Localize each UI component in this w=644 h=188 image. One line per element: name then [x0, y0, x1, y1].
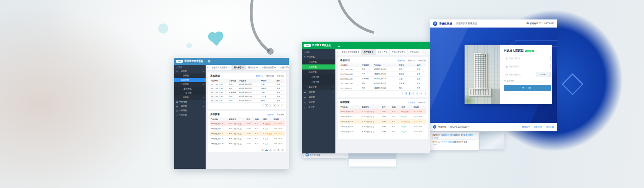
view-link[interactable]: 查看 — [276, 83, 284, 86]
sidebar-item-7[interactable]: 二级导航∨ — [174, 95, 206, 100]
tab-0[interactable]: 资质证件效期预警 — [210, 65, 231, 70]
captcha-input[interactable] — [509, 74, 534, 76]
sidebar-item-2[interactable]: 二级导航 — [302, 59, 335, 64]
pagination-item[interactable]: › — [281, 104, 284, 107]
tab-1[interactable]: 用户管理 — [232, 65, 246, 70]
sidebar-item-5[interactable]: 三级导航 — [302, 75, 335, 80]
sidebar-item-10[interactable]: ◎一级导航 — [174, 108, 206, 113]
sidebar-item-2[interactable]: 二级导航 — [174, 74, 206, 78]
pagination-item[interactable]: 3 — [273, 148, 276, 151]
hamburger-menu-icon[interactable]: ☰ — [338, 44, 340, 47]
collapse-tabs-icon[interactable]: « — [207, 66, 208, 69]
switch-hospital-badge[interactable]: 切换医院 — [525, 50, 534, 52]
pagination-item[interactable]: ‹ — [261, 148, 264, 151]
hamburger-menu-icon[interactable]: ☰ — [208, 60, 210, 63]
sidebar-item-3[interactable]: 二级导航 — [302, 64, 335, 69]
card-link[interactable]: 产品库存 — [266, 113, 274, 115]
sidebar-item-11[interactable]: △一级导航 — [174, 113, 206, 117]
sidebar-item-0[interactable]: ⌂首页 — [174, 65, 206, 69]
expiry-cell: 2025-01-01 — [414, 126, 425, 128]
username-field-wrap — [504, 56, 551, 61]
password-input[interactable] — [509, 65, 550, 67]
sidebar-item-label: 一级导航 — [307, 91, 315, 94]
view-link[interactable]: 查看 — [276, 99, 284, 102]
pagination-item[interactable]: 1 — [265, 148, 268, 151]
username-input[interactable] — [509, 57, 550, 59]
collapse-tabs-icon[interactable]: « — [337, 51, 338, 54]
sidebar-item-4[interactable]: 二级导航∧ — [302, 69, 335, 75]
sidebar-item-5[interactable]: 三级导航 — [174, 87, 206, 91]
tab-4[interactable]: 产品出库 — [278, 65, 289, 70]
card-link[interactable]: 领用计划 — [397, 59, 405, 61]
status-dot-icon — [263, 138, 264, 139]
footer-link[interactable]: 操作说明 — [522, 126, 530, 129]
view-link[interactable]: 查看 — [276, 87, 284, 90]
footer-link[interactable]: 密钥驱动 — [534, 126, 542, 129]
pagination-item[interactable]: 2 — [269, 148, 272, 151]
sidebar-item-3[interactable]: 二级导航 — [174, 78, 206, 82]
pagination-item[interactable]: 2 — [411, 92, 414, 95]
sidebar-item-9[interactable]: ▤一级导航∨ — [174, 104, 206, 108]
captcha-question[interactable]: 6+6=? — [536, 72, 551, 77]
plan-link-group: 领用计划预约计划高值计划 — [394, 59, 426, 62]
card-link[interactable]: 高值库存 — [277, 113, 284, 115]
feed-target-link[interactable]: 5月日常小需求 — [461, 134, 473, 136]
card-link[interactable]: 产品库存 — [408, 101, 415, 103]
sidebar-item-4[interactable]: 二级导航∧ — [174, 82, 206, 87]
card-link[interactable]: 预约计划 — [266, 75, 274, 77]
sidebar-item-1[interactable]: ✎一级导航∧ — [302, 54, 335, 59]
tab-4[interactable]: 产品出库 — [408, 49, 422, 55]
column-header: 批号 — [382, 106, 392, 108]
view-link[interactable]: 查看 — [417, 73, 425, 75]
sidebar-item-6[interactable]: 三级导航 — [174, 91, 206, 95]
pagination-item[interactable]: 4 — [419, 92, 422, 95]
card-link[interactable]: 预约计划 — [408, 59, 415, 61]
tab-1[interactable]: 用户管理 — [362, 49, 376, 55]
pagination-item[interactable]: 3 — [273, 104, 276, 107]
sidebar-item-11[interactable]: △一级导航 — [302, 105, 335, 110]
pagination-item[interactable]: 4 — [277, 104, 280, 107]
pagination-item[interactable]: › — [423, 92, 426, 95]
cell: ABS床头柜0119 — [340, 126, 362, 128]
captcha-field-wrap — [504, 72, 534, 77]
login-button[interactable]: 登 录 — [504, 85, 551, 91]
pagination-item[interactable]: › — [281, 148, 284, 151]
chevron-down-icon: ∨ — [333, 91, 334, 93]
sidebar-item-8[interactable]: ▦一级导航∨ — [302, 90, 335, 95]
pagination-item[interactable]: 2 — [269, 104, 272, 107]
tab-3[interactable]: 产品分类设置 — [390, 49, 408, 55]
view-link[interactable]: 查看 — [276, 95, 284, 98]
card-link[interactable]: 高值库存 — [418, 101, 426, 103]
pagination-item[interactable]: 1 — [407, 92, 410, 95]
tab-2[interactable]: 通知公告 — [246, 65, 260, 70]
view-link[interactable]: 查看 — [276, 91, 284, 94]
pagination-item[interactable]: ‹ — [261, 104, 264, 107]
app-title-block: 医院物资管理系统 管理端 — [184, 59, 203, 63]
card-link[interactable]: 高值计划 — [277, 75, 284, 77]
pagination-item[interactable]: 1 — [265, 104, 268, 107]
sidebar-item-10[interactable]: ◎一级导航 — [302, 100, 335, 105]
card-link[interactable]: 领用计划 — [256, 75, 263, 77]
tab-3[interactable]: 产品分类设置 — [260, 65, 278, 70]
feed-target-link[interactable]: 5 月日常小需求 — [440, 141, 452, 143]
sidebar-item-8[interactable]: ▦一级导航∨ — [174, 100, 206, 104]
pagination-item[interactable]: ‹ — [402, 92, 406, 95]
sidebar-item-6[interactable]: 三级导航 — [302, 80, 335, 85]
sidebar-item-1[interactable]: ✎一级导航∧ — [174, 69, 206, 74]
pagination-item[interactable]: 4 — [277, 148, 280, 151]
feed-target-link[interactable]: 风娜精英小分队 — [440, 134, 453, 136]
view-link[interactable]: 查看 — [417, 78, 425, 80]
card-link[interactable]: 高值计划 — [418, 59, 426, 61]
remember-checkbox[interactable] — [504, 80, 506, 82]
sidebar-item-7[interactable]: 二级导航∨ — [302, 85, 335, 90]
tab-0[interactable]: 资质证件效期预警 — [339, 49, 361, 55]
view-link[interactable]: 查看 — [417, 82, 425, 85]
view-link[interactable]: 查看 — [417, 87, 425, 89]
tab-2[interactable]: 通知公告 — [376, 49, 390, 55]
pagination-item[interactable]: 3 — [415, 92, 418, 95]
view-link[interactable]: 查看 — [417, 68, 425, 70]
sidebar-item-9[interactable]: ▤一级导航∨ — [302, 95, 335, 100]
footer-link[interactable]: 常见问题 — [546, 126, 554, 129]
sidebar-item-0[interactable]: ⌂首页 — [302, 49, 335, 54]
table-row: 20171001A191内科ABS床头柜0120程心查看 — [339, 86, 426, 91]
